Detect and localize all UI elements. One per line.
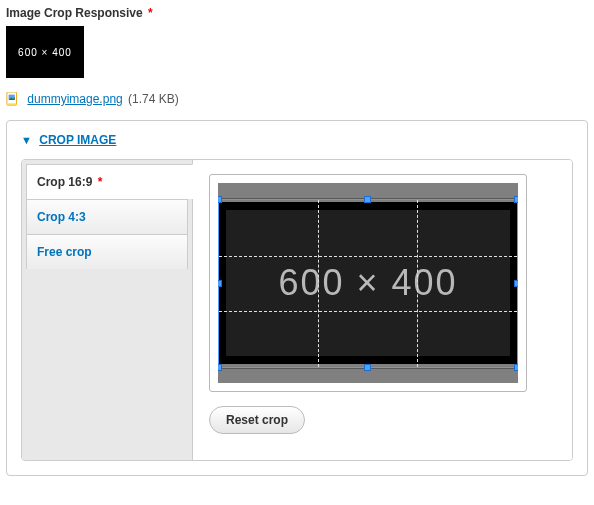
image-file-icon	[6, 92, 20, 106]
file-link[interactable]: dummyimage.png	[27, 92, 122, 106]
crop-preview-frame: 600 × 400	[209, 174, 527, 392]
disclosure-triangle-icon: ▼	[21, 134, 32, 146]
crop-selection[interactable]	[218, 199, 518, 368]
thumbnail-text: 600 × 400	[18, 47, 72, 58]
crop-tabs: Crop 16:9 * Crop 4:3 Free crop	[22, 160, 192, 460]
required-marker-icon: *	[98, 175, 103, 189]
tab-label: Crop 16:9	[37, 175, 92, 189]
tab-label: Crop 4:3	[37, 210, 86, 224]
crop-preview[interactable]: 600 × 400	[218, 183, 518, 383]
resize-handle-s[interactable]	[364, 364, 371, 371]
svg-rect-1	[7, 103, 17, 105]
resize-handle-nw[interactable]	[218, 196, 222, 203]
required-marker-icon: *	[148, 6, 153, 20]
crop-body: Crop 16:9 * Crop 4:3 Free crop 600 × 400	[21, 159, 573, 461]
reset-crop-button[interactable]: Reset crop	[209, 406, 305, 434]
crop-section-toggle[interactable]: ▼ CROP IMAGE	[21, 133, 573, 147]
resize-handle-sw[interactable]	[218, 364, 222, 371]
crop-section-title[interactable]: CROP IMAGE	[39, 133, 116, 147]
resize-handle-n[interactable]	[364, 196, 371, 203]
tab-label: Free crop	[37, 245, 92, 259]
tabs-filler	[26, 269, 188, 456]
tab-crop-16-9[interactable]: Crop 16:9 *	[26, 164, 193, 199]
field-label-text: Image Crop Responsive	[6, 6, 143, 20]
resize-handle-w[interactable]	[218, 280, 222, 287]
image-thumbnail[interactable]: 600 × 400	[6, 26, 84, 78]
crop-image-widget: ▼ CROP IMAGE Crop 16:9 * Crop 4:3 Free c…	[6, 120, 588, 476]
resize-handle-ne[interactable]	[514, 196, 518, 203]
file-info: dummyimage.png (1.74 KB)	[6, 92, 588, 106]
file-size: (1.74 KB)	[128, 92, 179, 106]
field-label: Image Crop Responsive *	[6, 6, 588, 20]
resize-handle-se[interactable]	[514, 364, 518, 371]
tab-free-crop[interactable]: Free crop	[26, 234, 188, 269]
crop-panel: 600 × 400	[192, 160, 572, 460]
resize-handle-e[interactable]	[514, 280, 518, 287]
tab-crop-4-3[interactable]: Crop 4:3	[26, 199, 188, 234]
